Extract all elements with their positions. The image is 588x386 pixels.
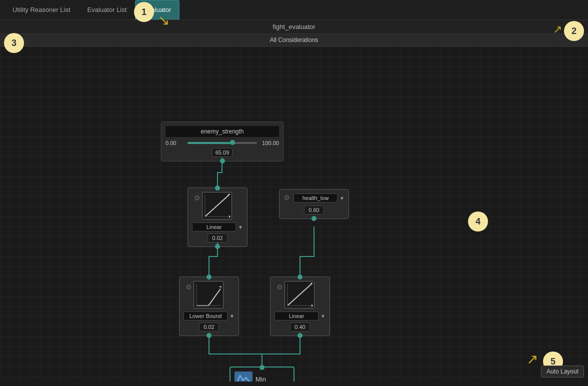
linear-top-output[interactable]: [215, 244, 220, 249]
tab-evaluator-list[interactable]: Evaluator List: [79, 0, 136, 20]
linear-br-label-row: Linear ▼: [274, 312, 326, 320]
annotation-5-arrow: ↗: [526, 351, 538, 368]
canvas-area[interactable]: enemy_strength 0.00 100.00 65.09 ⚙: [0, 46, 588, 382]
tab-bar: Utility Reasoner List Evaluator List Eva…: [0, 0, 588, 20]
enemy-strength-slider[interactable]: [188, 142, 257, 144]
enemy-strength-value: 65.09: [212, 148, 233, 157]
linear-top-input[interactable]: [215, 186, 220, 190]
min-wave-svg: [236, 374, 251, 382]
linear-top-curve-svg: [202, 192, 232, 219]
tab-utility-reasoner-list[interactable]: Utility Reasoner List: [4, 0, 79, 20]
auto-layout-button[interactable]: Auto Layout: [541, 366, 584, 378]
node-linear-top: ⚙ Linear ▼ 0.02: [188, 188, 248, 247]
linear-br-dropdown-icon[interactable]: ▼: [320, 314, 326, 319]
node-linear-br: ⚙ Linear ▼ 0.40: [270, 276, 330, 336]
lower-bound-value-wrapper: 0.02: [184, 322, 234, 332]
annotation-2-arrow: ↗: [553, 23, 562, 36]
lower-bound-label: Lower Bound: [184, 312, 228, 320]
health-output[interactable]: [312, 216, 316, 221]
subtitle-label: All Considerations: [270, 36, 318, 44]
linear-top-value-wrapper: 0.02: [192, 234, 243, 242]
slider-fill: [188, 142, 232, 144]
health-title-row: health_low ▼: [294, 194, 344, 202]
enemy-strength-min: 0.00: [166, 140, 184, 146]
annotation-1: 1: [134, 2, 154, 22]
annotation-2: 2: [564, 21, 584, 41]
health-value-wrapper: 0.60: [284, 206, 344, 214]
min-wave-icon: [234, 372, 252, 382]
lower-bound-input[interactable]: [206, 274, 212, 280]
linear-top-value: 0.02: [208, 234, 228, 242]
health-dropdown-icon[interactable]: ▼: [340, 196, 344, 201]
enemy-strength-slider-row: 0.00 100.00: [166, 140, 279, 146]
enemy-strength-output[interactable]: [220, 158, 225, 164]
node-enemy-strength: enemy_strength 0.00 100.00 65.09: [161, 122, 284, 162]
linear-br-output[interactable]: [298, 333, 302, 338]
linear-br-value: 0.40: [290, 322, 310, 332]
linear-top-label-row: Linear ▼: [192, 222, 243, 232]
health-gear-icon[interactable]: ⚙: [284, 194, 290, 202]
lower-bound-label-row: Lower Bound ▼: [184, 312, 234, 320]
enemy-strength-max: 100.00: [260, 140, 279, 146]
linear-br-curve-svg: [285, 282, 314, 308]
slider-thumb: [230, 140, 235, 145]
linear-br-gear-icon[interactable]: ⚙: [276, 283, 283, 291]
lower-bound-output[interactable]: [206, 333, 212, 338]
linear-br-value-wrapper: 0.40: [274, 322, 326, 332]
linear-br-input[interactable]: [298, 274, 302, 280]
node-health-low: ⚙ health_low ▼ 0.60: [279, 189, 349, 219]
linear-top-gear-icon[interactable]: ⚙: [194, 194, 200, 202]
health-value: 0.60: [304, 206, 324, 214]
linear-top-label: Linear: [192, 222, 236, 232]
min-label: Min: [256, 376, 266, 382]
linear-br-curve-icon: [284, 281, 314, 308]
min-input[interactable]: [260, 365, 264, 370]
linear-top-curve-icon: [202, 192, 232, 220]
lower-bound-curve-icon: [194, 281, 224, 308]
enemy-strength-title: enemy_strength: [166, 126, 279, 137]
lower-bound-gear-icon[interactable]: ⚙: [186, 283, 192, 291]
node-lower-bound: ⚙ Lower Bound ▼ 0.02: [179, 276, 239, 336]
lower-bound-curve-svg: [194, 282, 223, 308]
min-inner: Min: [234, 372, 290, 382]
health-label: health_low: [294, 194, 338, 202]
subtitle-bar: ↗ All Considerations 3: [0, 34, 588, 46]
linear-top-dropdown-icon[interactable]: ▼: [238, 224, 243, 230]
node-min: Min 0.02: [230, 366, 294, 382]
annotation-1-arrow: ↘: [158, 12, 170, 28]
title-bar: fight_evaluator 2 ↗: [0, 20, 588, 34]
lower-bound-dropdown-icon[interactable]: ▼: [230, 314, 234, 319]
evaluator-title: fight_evaluator: [272, 23, 315, 30]
annotation-4: 4: [468, 212, 488, 232]
lower-bound-value: 0.02: [199, 322, 219, 332]
svg-rect-6: [194, 282, 223, 308]
linear-br-label: Linear: [274, 312, 318, 320]
annotation-3: 3: [4, 33, 24, 53]
enemy-strength-value-wrapper: 65.09: [166, 148, 279, 157]
